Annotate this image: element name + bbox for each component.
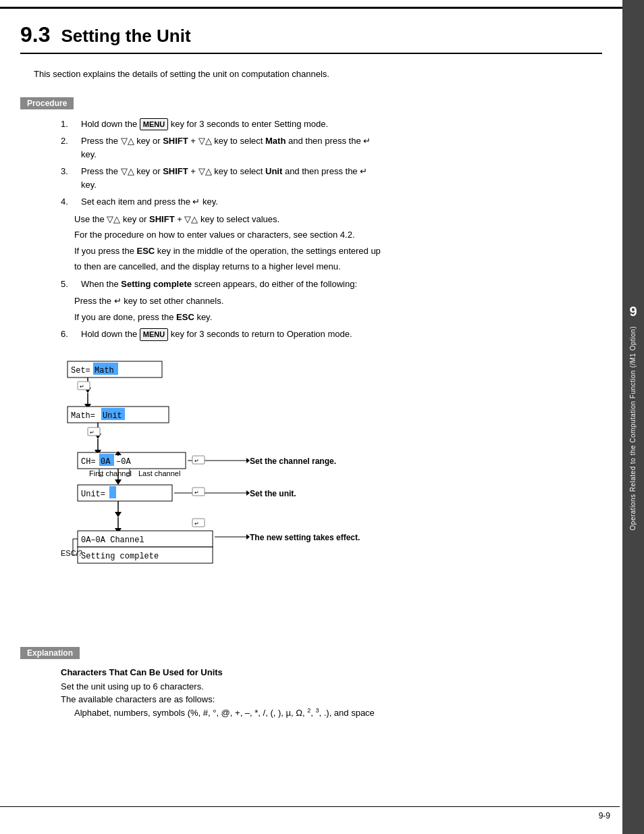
- svg-text:↵: ↵: [90, 429, 95, 436]
- explanation-section: Explanation Characters That Can Be Used …: [20, 647, 602, 718]
- menu-key-2: MENU: [140, 328, 168, 341]
- svg-text:CH=: CH=: [81, 457, 96, 467]
- svg-text:↵: ↵: [194, 521, 199, 527]
- svg-text:Math=: Math=: [71, 411, 95, 421]
- step-5: 5. When the Setting complete screen appe…: [61, 278, 602, 291]
- menu-key-1: MENU: [140, 118, 168, 131]
- svg-marker-33: [115, 479, 122, 485]
- svg-text:Math: Math: [95, 366, 114, 375]
- bottom-divider: [0, 806, 620, 807]
- diagram-area: Set= Math ↵ Math= Unit: [61, 355, 562, 627]
- svg-text:ESC/?: ESC/?: [61, 549, 82, 557]
- svg-text:Set the unit.: Set the unit.: [250, 489, 296, 498]
- sub-line-1: Use the ▽△ key or SHIFT + ▽△ key to sele…: [74, 213, 602, 226]
- explanation-title: Characters That Can Be Used for Units: [61, 667, 602, 677]
- sub-line-4: to then are cancelled, and the display r…: [74, 260, 602, 273]
- svg-text:The new setting takes effect.: The new setting takes effect.: [250, 533, 360, 542]
- procedure-list-2: 5. When the Setting complete screen appe…: [61, 278, 602, 291]
- right-sidebar: 9 Operations Related to the Computation …: [622, 0, 644, 834]
- step-6: 6. Hold down the MENU key for 3 seconds …: [61, 328, 602, 341]
- chapter-title: Setting the Unit: [61, 26, 190, 47]
- step-4: 4. Set each item and press the ↵ key.: [61, 195, 602, 209]
- svg-text:↵: ↵: [194, 490, 199, 496]
- step-1: 1. Hold down the MENU key for 3 seconds …: [61, 118, 602, 131]
- svg-text:Unit=: Unit=: [81, 490, 105, 499]
- explanation-line1: Set the unit using up to 6 characters.: [61, 681, 602, 692]
- sidebar-text: Operations Related to the Computation Fu…: [628, 326, 638, 530]
- procedure-list: 1. Hold down the MENU key for 3 seconds …: [61, 118, 602, 209]
- explanation-label: Explanation: [20, 647, 80, 659]
- procedure-section: Procedure 1. Hold down the MENU key for …: [20, 97, 602, 627]
- step-2: 2. Press the ▽△ key or SHIFT + ▽△ key to…: [61, 134, 602, 161]
- svg-text:Last channel: Last channel: [138, 469, 180, 477]
- svg-rect-38: [109, 486, 116, 498]
- explanation-line3: Alphabet, numbers, symbols (%, #, °, @, …: [74, 707, 602, 718]
- svg-text:Set=: Set=: [71, 366, 90, 375]
- explanation-content: Characters That Can Be Used for Units Se…: [61, 667, 602, 718]
- explanation-line2: The available characters are as follows:: [61, 694, 602, 704]
- page-number: 9-9: [599, 811, 610, 820]
- procedure-list-3: 6. Hold down the MENU key for 3 seconds …: [61, 328, 602, 341]
- svg-text:0A–0A Channel: 0A–0A Channel: [81, 536, 144, 545]
- svg-marker-45: [115, 512, 122, 517]
- svg-text:0A: 0A: [101, 457, 111, 467]
- sub-line-3: If you press the ESC key in the middle o…: [74, 244, 602, 258]
- svg-text:–0A: –0A: [116, 457, 131, 467]
- sub-line-5: Press the ↵ key to set other channels.: [74, 294, 602, 308]
- sidebar-chapter-number: 9: [629, 304, 637, 319]
- sub-line-6: If you are done, press the ESC key.: [74, 311, 602, 324]
- chapter-header: 9.3 Setting the Unit: [20, 22, 602, 54]
- step-3: 3. Press the ▽△ key or SHIFT + ▽△ key to…: [61, 165, 602, 191]
- svg-text:Setting complete: Setting complete: [81, 552, 159, 561]
- svg-text:↵: ↵: [194, 458, 199, 464]
- sub-line-2: For the procedure on how to enter values…: [74, 228, 602, 242]
- intro-text: This section explains the details of set…: [34, 68, 602, 81]
- chapter-number: 9.3: [20, 22, 50, 47]
- svg-text:Unit: Unit: [103, 411, 122, 421]
- svg-text:First channel: First channel: [89, 469, 132, 477]
- svg-text:↵: ↵: [80, 384, 84, 390]
- procedure-diagram: Set= Math ↵ Math= Unit: [61, 355, 452, 625]
- svg-text:Set the channel range.: Set the channel range.: [250, 457, 336, 466]
- procedure-label: Procedure: [20, 97, 74, 109]
